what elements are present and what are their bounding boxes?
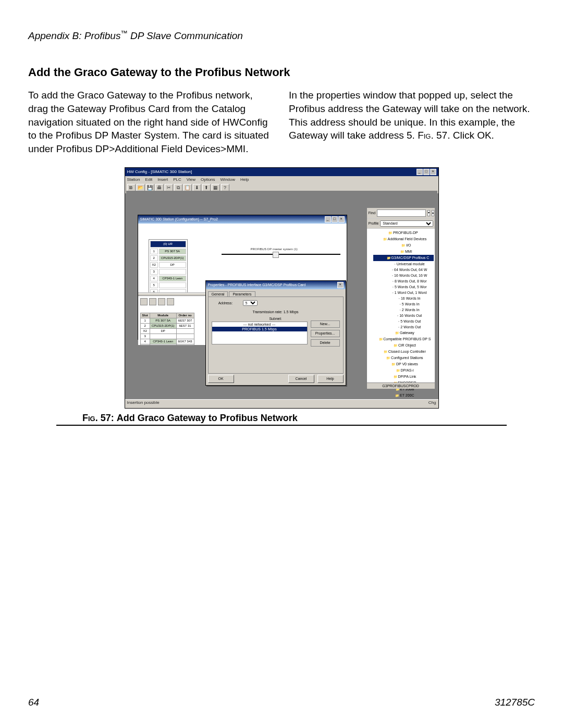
- menu-station[interactable]: Station: [127, 177, 140, 182]
- catalog-tree-item[interactable]: DP V0 slaves: [373, 361, 434, 367]
- catalog-tree-item[interactable]: I/O: [373, 242, 434, 249]
- tab-parameters[interactable]: Parameters: [229, 291, 255, 297]
- dialog-buttons: OK Cancel Help: [208, 375, 344, 383]
- rack-module[interactable]: [159, 269, 186, 275]
- table-cell: 6ES7 31: [176, 323, 194, 328]
- catalog-tree-item[interactable]: Configured Stations: [373, 355, 434, 361]
- catalog-tree-item[interactable]: 16 Words Out, 16 W: [373, 273, 434, 278]
- catalog-tree-item[interactable]: 8 Words Out, 8 Wor: [373, 278, 434, 284]
- table-cell: X2: [140, 328, 150, 334]
- table-cell[interactable]: CPU315-2DP(1): [150, 323, 176, 328]
- catalog-tree-item[interactable]: 5 Words Out: [373, 318, 434, 324]
- maximize-icon[interactable]: □: [423, 169, 430, 175]
- module-table[interactable]: Slot Module Order no 1PS 307 5A6ES7 307 …: [140, 313, 194, 345]
- col-order: Order no: [176, 313, 194, 318]
- station-close-icon[interactable]: ×: [338, 216, 345, 223]
- profibus-rail[interactable]: [222, 254, 340, 256]
- modpane-icon[interactable]: [158, 298, 165, 305]
- rack-table[interactable]: (0) UR 1PS 307 5A 2CPU315-2DP(1) X2DP 3 …: [149, 239, 188, 293]
- menu-plc[interactable]: PLC: [173, 177, 181, 182]
- catalog-tree-item[interactable]: CiR Object: [373, 342, 434, 349]
- figure-caption-text: Add Graco Gateway to Profibus Network: [117, 413, 298, 423]
- menu-view[interactable]: View: [187, 177, 195, 182]
- subnet-new-button[interactable]: New...: [311, 320, 340, 328]
- catalog-tree-item[interactable]: DP/AS-i: [373, 367, 434, 374]
- properties-close-icon[interactable]: ×: [337, 282, 344, 288]
- rack-module[interactable]: CP343-1 Lean: [159, 276, 186, 281]
- table-cell[interactable]: [150, 344, 176, 345]
- rack-module[interactable]: DP: [159, 262, 186, 268]
- catalog-search-row: Find ▾ ▴: [367, 208, 435, 219]
- close-icon[interactable]: ×: [430, 169, 436, 175]
- catalog-tree-item[interactable]: Gateway: [373, 330, 434, 336]
- modpane-icon[interactable]: [167, 298, 174, 305]
- catalog-tree-item[interactable]: Additional Field Devices: [373, 236, 434, 242]
- status-bar: Insertion possible Chg: [125, 399, 438, 408]
- catalog-tree-item[interactable]: Universal module: [373, 261, 434, 267]
- catalog-tree-item[interactable]: MMI: [373, 249, 434, 255]
- catalog-tree-item[interactable]: 5 Words Out, 5 Wor: [373, 284, 434, 290]
- rack-module[interactable]: [159, 282, 186, 288]
- menu-edit[interactable]: Edit: [145, 177, 152, 182]
- table-cell[interactable]: PS 307 5A: [150, 318, 176, 323]
- modpane-icon[interactable]: [140, 298, 148, 305]
- find-down-icon[interactable]: ▾: [427, 210, 430, 216]
- catalog-tree-item[interactable]: Closed-Loop Controller: [373, 349, 434, 355]
- menu-window[interactable]: Window: [221, 177, 235, 182]
- table-cell: 6ES7 307: [176, 318, 194, 323]
- properties-body: Address: 5 Transmission rate: 1.5 Mbps S…: [208, 297, 344, 374]
- find-input[interactable]: [377, 209, 426, 217]
- address-label: Address:: [212, 301, 240, 305]
- menu-options[interactable]: Options: [201, 177, 215, 182]
- running-header: Appendix B: Profibus™ DP Slave Communica…: [28, 29, 535, 42]
- section-title: Add the Graco Gateway to the Profibus Ne…: [28, 66, 535, 79]
- subnet-item-selected[interactable]: PROFIBUS 1.5 Mbps: [212, 327, 307, 331]
- subnet-delete-button[interactable]: Delete: [311, 339, 340, 347]
- profile-select[interactable]: Standard: [380, 220, 433, 227]
- rack-module[interactable]: PS 307 5A: [159, 249, 186, 254]
- tab-general[interactable]: General: [208, 291, 228, 297]
- minimize-icon[interactable]: _: [417, 169, 423, 175]
- profile-label: Profile: [369, 221, 379, 225]
- catalog-tree-item[interactable]: G3/MC/DSP Profibus C: [373, 255, 434, 261]
- catalog-tree-item[interactable]: 64 Words Out, 64 W: [373, 267, 434, 273]
- catalog-tree-item[interactable]: 2 Words Out: [373, 324, 434, 330]
- profibus-node-icon[interactable]: [273, 252, 279, 258]
- catalog-tree[interactable]: PROFIBUS-DPAdditional Field DevicesI/OMM…: [367, 229, 435, 409]
- menu-help[interactable]: Help: [240, 177, 249, 182]
- figure-caption-prefix: Fig. 57:: [82, 413, 117, 423]
- table-cell: 1: [140, 318, 150, 323]
- table-cell[interactable]: [150, 334, 176, 339]
- status-left: Insertion possible: [127, 400, 160, 408]
- transmission-rate: Transmission rate: 1.5 Mbps: [212, 310, 340, 314]
- body-right-figref: Fig. 57: [418, 130, 447, 141]
- catalog-tree-item[interactable]: Compatible PROFIBUS DP S: [373, 336, 434, 342]
- address-select[interactable]: 5: [243, 300, 258, 306]
- catalog-tree-item[interactable]: 16 Words Out: [373, 313, 434, 318]
- ok-button[interactable]: OK: [208, 375, 234, 383]
- table-cell[interactable]: DP: [150, 328, 176, 334]
- station-minimize-icon[interactable]: _: [325, 216, 331, 223]
- catalog-tree-item[interactable]: 1 Word Out, 1 Word: [373, 290, 434, 295]
- body-right-b: . Click OK.: [447, 130, 494, 141]
- rack-slot: 3: [150, 269, 158, 275]
- subnet-list[interactable]: --- not networked --- PROFIBUS 1.5 Mbps: [212, 322, 308, 344]
- cancel-button[interactable]: Cancel: [288, 375, 314, 383]
- rack-module[interactable]: CPU315-2DP(1): [159, 255, 186, 261]
- modpane-icon[interactable]: [149, 298, 156, 305]
- subnet-properties-button[interactable]: Properties...: [311, 330, 340, 337]
- rack-slot: 5: [150, 282, 158, 288]
- catalog-tree-item[interactable]: DP/PA Link: [373, 374, 434, 380]
- station-maximize-icon[interactable]: □: [332, 216, 338, 223]
- help-button[interactable]: Help: [317, 375, 344, 383]
- catalog-tree-item[interactable]: 2 Words In: [373, 307, 434, 313]
- find-up-icon[interactable]: ▴: [432, 210, 434, 216]
- catalog-tree-item[interactable]: 16 Words In: [373, 295, 434, 301]
- catalog-tree-item[interactable]: 5 Words In: [373, 301, 434, 307]
- catalog-tree-item[interactable]: ET 200C: [373, 392, 434, 399]
- menu-insert[interactable]: Insert: [157, 177, 168, 182]
- subnet-item[interactable]: --- not networked ---: [212, 322, 307, 327]
- rack-module[interactable]: [159, 289, 186, 293]
- catalog-tree-item[interactable]: PROFIBUS-DP: [373, 230, 434, 236]
- table-cell[interactable]: CP343-1 Lean: [150, 339, 176, 344]
